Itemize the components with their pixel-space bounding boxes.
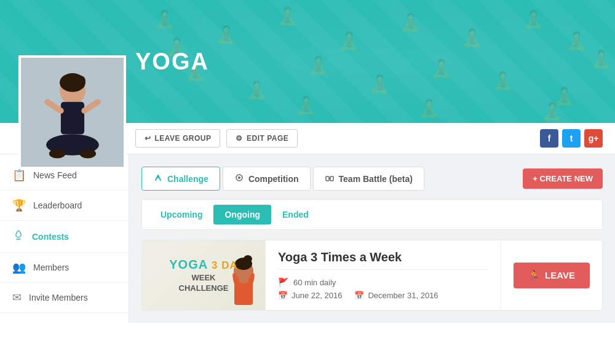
end-date: December 31, 2016: [368, 291, 438, 300]
contest-title: Yoga 3 Times a Week: [278, 250, 488, 264]
content-area: Challenge Competition: [129, 154, 615, 323]
googleplus-label: g+: [589, 133, 599, 143]
tab-team-battle[interactable]: Team Battle (beta): [313, 167, 424, 191]
sidebar-item-members[interactable]: 👥 Members: [0, 253, 129, 283]
action-buttons: ↩ LEAVE GROUP ⚙ EDIT PAGE: [135, 129, 298, 148]
svg-point-9: [79, 149, 96, 158]
start-date-wrapper: 📅 June 22, 2016: [278, 291, 342, 300]
tabs-row: Challenge Competition: [141, 167, 603, 191]
svg-point-3: [74, 76, 85, 85]
svg-rect-4: [61, 102, 84, 134]
sidebar-item-leaderboard[interactable]: 🏆 Leaderboard: [0, 191, 129, 221]
contest-card: YOGA 3 DA WEEK CHALLENGE: [141, 240, 603, 311]
svg-rect-14: [330, 176, 333, 181]
gear-icon: ⚙: [236, 134, 243, 143]
sidebar-item-label: Leaderboard: [33, 200, 82, 210]
news-feed-icon: 📋: [12, 168, 26, 182]
tabs: Challenge Competition: [141, 167, 424, 191]
tab-competition-label: Competition: [248, 174, 299, 184]
sub-tab-ended[interactable]: Ended: [271, 205, 320, 224]
facebook-label: f: [548, 133, 551, 143]
contest-meta: 🚩 60 min daily 📅 June 22, 2016 📅 Decembe…: [278, 277, 488, 300]
duration-label: 60 min daily: [293, 278, 336, 287]
contests-icon: [12, 229, 25, 244]
invite-icon: ✉: [12, 291, 22, 304]
sidebar-item-contests[interactable]: Contests: [0, 221, 129, 253]
thumb-title: YOGA 3 DA: [151, 258, 256, 272]
thumb-yoga-label: YOGA: [169, 258, 207, 271]
sub-tab-upcoming-label: Upcoming: [161, 210, 202, 220]
sidebar-item-label: Members: [33, 263, 69, 272]
profile-img-placeholder: [21, 58, 124, 167]
tab-challenge-label: Challenge: [167, 174, 208, 184]
main-layout: 📋 News Feed 🏆 Leaderboard Contests 👥 Mem…: [0, 154, 615, 323]
profile-image: [18, 55, 126, 169]
sub-tab-ended-label: Ended: [282, 210, 309, 220]
sub-tab-ongoing[interactable]: Ongoing: [213, 205, 271, 224]
tab-challenge[interactable]: Challenge: [141, 167, 220, 191]
edit-page-button[interactable]: ⚙ EDIT PAGE: [226, 129, 298, 148]
twitter-icon[interactable]: t: [562, 129, 581, 148]
create-new-button[interactable]: + CREATE NEW: [523, 168, 603, 189]
calendar-start-icon: 📅: [278, 291, 288, 300]
sub-tab-upcoming[interactable]: Upcoming: [149, 205, 213, 224]
leave-icon: ↩: [145, 134, 151, 143]
create-new-label: + CREATE NEW: [533, 174, 593, 183]
dates-row: 📅 June 22, 2016 📅 December 31, 2016: [278, 291, 488, 300]
leaderboard-icon: 🏆: [12, 199, 26, 212]
leave-contest-icon: 🏃: [528, 270, 540, 281]
sidebar-item-label: News Feed: [33, 170, 77, 180]
tab-competition[interactable]: Competition: [223, 167, 311, 191]
contest-action: 🏃 LEAVE: [501, 240, 602, 310]
svg-point-10: [157, 176, 159, 178]
start-date: June 22, 2016: [292, 291, 342, 300]
svg-point-12: [238, 176, 240, 179]
sidebar-item-label: Contests: [32, 232, 69, 242]
twitter-label: t: [570, 133, 573, 143]
calendar-end-icon: 📅: [354, 291, 364, 300]
thumb-week-label: WEEK: [151, 273, 256, 282]
sidebar-item-invite-members[interactable]: ✉ Invite Members: [0, 283, 129, 313]
header-banner: 🧘 🧘 🧘 🧘 🧘 🧘 🧘 🧘 🧘 🧘 🧘 🧘 🧘 🧘 🧘 🧘 🧘 🧘 🧘 🧘 …: [0, 0, 615, 123]
facebook-icon[interactable]: f: [540, 129, 558, 148]
competition-icon: [234, 173, 244, 184]
sub-tab-ongoing-label: Ongoing: [224, 210, 260, 220]
challenge-icon: [153, 173, 163, 184]
group-title: YOGA: [135, 49, 209, 75]
sub-tabs: Upcoming Ongoing Ended: [141, 199, 603, 230]
edit-page-label: EDIT PAGE: [247, 134, 288, 143]
leave-group-button[interactable]: ↩ LEAVE GROUP: [135, 129, 220, 148]
tab-team-battle-label: Team Battle (beta): [339, 174, 413, 184]
team-battle-icon: [325, 173, 335, 184]
leave-group-label: LEAVE GROUP: [155, 134, 212, 143]
members-icon: 👥: [12, 261, 26, 274]
leave-contest-button[interactable]: 🏃 LEAVE: [514, 263, 590, 288]
social-icons: f t g+: [540, 129, 603, 148]
contest-info: Yoga 3 Times a Week 🚩 60 min daily 📅 Jun…: [265, 240, 501, 310]
sidebar: 📋 News Feed 🏆 Leaderboard Contests 👥 Mem…: [0, 154, 129, 323]
thumb-3da-label: 3 DA: [212, 259, 238, 271]
duration-row: 🚩 60 min daily: [278, 277, 488, 287]
contest-thumbnail: YOGA 3 DA WEEK CHALLENGE: [142, 240, 265, 310]
thumb-challenge-label: CHALLENGE: [151, 283, 256, 293]
flag-icon: 🚩: [278, 277, 288, 287]
svg-rect-13: [326, 176, 329, 181]
svg-point-8: [49, 149, 66, 158]
sidebar-item-label: Invite Members: [29, 293, 88, 303]
end-date-wrapper: 📅 December 31, 2016: [354, 291, 438, 300]
googleplus-icon[interactable]: g+: [584, 129, 603, 148]
contest-divider: [278, 269, 488, 270]
page-wrapper: 🧘 🧘 🧘 🧘 🧘 🧘 🧘 🧘 🧘 🧘 🧘 🧘 🧘 🧘 🧘 🧘 🧘 🧘 🧘 🧘 …: [0, 0, 615, 364]
leave-contest-label: LEAVE: [545, 270, 575, 280]
